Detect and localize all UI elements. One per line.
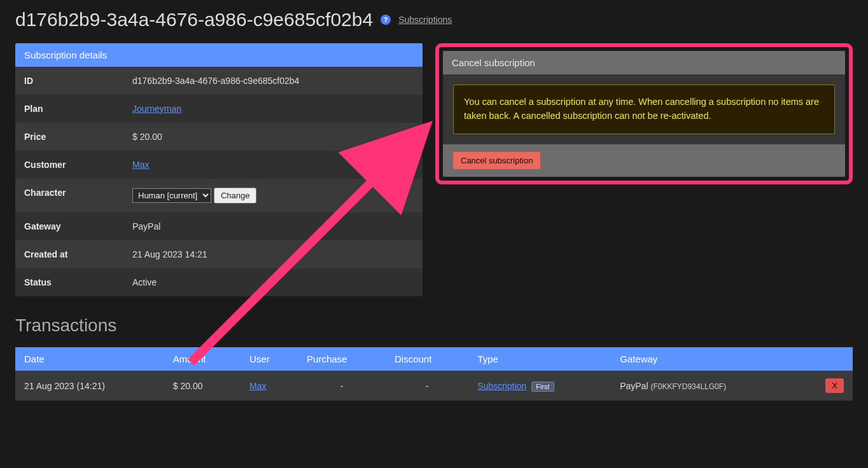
col-actions	[798, 347, 853, 371]
detail-row-price: Price $ 20.00	[15, 123, 423, 151]
detail-row-gateway: Gateway PayPal	[15, 212, 423, 240]
col-gateway: Gateway	[611, 347, 798, 371]
page-title: d176b2b9-3a4a-4676-a986-c9e685cf02b4	[15, 9, 373, 31]
customer-link[interactable]: Max	[132, 160, 149, 170]
detail-label: Created at	[24, 249, 132, 259]
breadcrumb-subscriptions[interactable]: Subscriptions	[398, 15, 452, 25]
detail-row-customer: Customer Max	[15, 151, 423, 179]
detail-label: Gateway	[24, 221, 132, 231]
cell-gateway: PayPal (F0KKFYD934LLG0F)	[611, 371, 798, 401]
detail-value: d176b2b9-3a4a-4676-a986-c9e685cf02b4	[132, 76, 414, 86]
delete-transaction-button[interactable]: X	[825, 378, 844, 393]
detail-value: $ 20.00	[132, 132, 414, 142]
table-row: 21 Aug 2023 (14:21) $ 20.00 Max - - Subs…	[15, 371, 853, 401]
transactions-table: Date Amount User Purchase Discount Type …	[15, 347, 853, 401]
col-discount: Discount	[386, 347, 468, 371]
cancel-subscription-panel: Cancel subscription You can cancel a sub…	[443, 51, 845, 177]
cell-user: Max	[241, 371, 298, 401]
subscription-details-panel: Subscription details ID d176b2b9-3a4a-46…	[15, 43, 423, 296]
col-purchase: Purchase	[298, 347, 386, 371]
detail-row-status: Status Active	[15, 268, 423, 296]
detail-label: Plan	[24, 104, 132, 114]
detail-label: Status	[24, 277, 132, 287]
detail-label: Character	[24, 188, 132, 203]
cell-type: Subscription First	[468, 371, 611, 401]
detail-value: Active	[132, 277, 414, 287]
col-type: Type	[468, 347, 611, 371]
detail-value: 21 Aug 2023 14:21	[132, 249, 414, 259]
cancel-subscription-button[interactable]: Cancel subscription	[453, 152, 540, 169]
gateway-ref: (F0KKFYD934LLG0F)	[650, 382, 726, 391]
detail-label: Customer	[24, 160, 132, 170]
type-link[interactable]: Subscription	[477, 381, 526, 391]
cell-date: 21 Aug 2023 (14:21)	[15, 371, 164, 401]
col-user: User	[241, 347, 298, 371]
page-header: d176b2b9-3a4a-4676-a986-c9e685cf02b4 ? S…	[15, 0, 853, 43]
detail-row-created: Created at 21 Aug 2023 14:21	[15, 240, 423, 268]
detail-value: PayPal	[132, 221, 414, 231]
panel-title: Subscription details	[15, 43, 423, 67]
character-select[interactable]: Human [current]	[132, 188, 211, 203]
plan-link[interactable]: Journeyman	[132, 104, 181, 114]
detail-label: Price	[24, 132, 132, 142]
change-button[interactable]: Change	[214, 188, 257, 203]
detail-row-character: Character Human [current] Change	[15, 179, 423, 212]
transactions-title: Transactions	[15, 315, 853, 336]
cell-amount: $ 20.00	[164, 371, 241, 401]
cancel-warning: You can cancel a subscription at any tim…	[453, 85, 835, 134]
panel-title: Cancel subscription	[443, 51, 845, 74]
col-date: Date	[15, 347, 164, 371]
col-amount: Amount	[164, 347, 241, 371]
gateway-name: PayPal	[620, 381, 648, 391]
help-icon[interactable]: ?	[381, 15, 391, 25]
detail-row-plan: Plan Journeyman	[15, 95, 423, 123]
detail-row-id: ID d176b2b9-3a4a-4676-a986-c9e685cf02b4	[15, 67, 423, 95]
cell-purchase: -	[298, 371, 386, 401]
table-header-row: Date Amount User Purchase Discount Type …	[15, 347, 853, 371]
first-badge: First	[531, 382, 554, 392]
user-link[interactable]: Max	[249, 381, 266, 391]
detail-label: ID	[24, 76, 132, 86]
cell-discount: -	[386, 371, 468, 401]
highlight-annotation: Cancel subscription You can cancel a sub…	[435, 43, 853, 184]
